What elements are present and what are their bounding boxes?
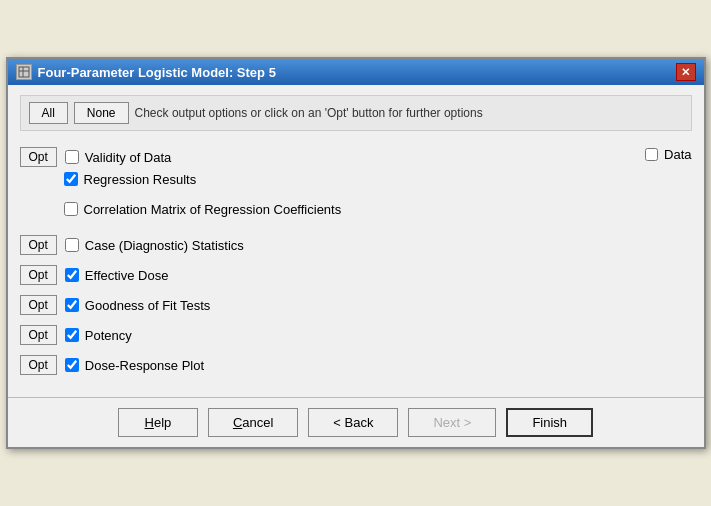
- validity-label: Validity of Data: [85, 150, 171, 165]
- opt-btn-effective-dose[interactable]: Opt: [20, 265, 57, 285]
- option-row-goodness: Opt Goodness of Fit Tests: [20, 293, 692, 317]
- validity-left-col: Opt Validity of Data Regression Results: [20, 147, 626, 227]
- correlation-label: Correlation Matrix of Regression Coeffic…: [84, 202, 342, 217]
- titlebar-left: Four-Parameter Logistic Model: Step 5: [16, 64, 276, 80]
- goodness-label: Goodness of Fit Tests: [85, 298, 211, 313]
- potency-checkbox[interactable]: [65, 328, 79, 342]
- regression-checkbox-group: Regression Results: [64, 172, 197, 187]
- finish-label: Finish: [532, 415, 567, 430]
- potency-label: Potency: [85, 328, 132, 343]
- option-row-validity: Opt Validity of Data Regression Results: [20, 147, 692, 227]
- option-row-case: Opt Case (Diagnostic) Statistics: [20, 233, 692, 257]
- instruction-text: Check output options or click on an 'Opt…: [135, 106, 483, 120]
- data-checkbox[interactable]: [645, 148, 658, 161]
- option-row-correlation: Correlation Matrix of Regression Coeffic…: [64, 197, 626, 221]
- option-row-effective-dose: Opt Effective Dose: [20, 263, 692, 287]
- option-row-regression: Regression Results: [64, 167, 626, 191]
- window-icon: [16, 64, 32, 80]
- cancel-button[interactable]: Cancel: [208, 408, 298, 437]
- data-label: Data: [664, 147, 691, 162]
- validity-checkbox[interactable]: [65, 150, 79, 164]
- dose-response-checkbox-group: Dose-Response Plot: [65, 358, 204, 373]
- content-area: All None Check output options or click o…: [8, 85, 704, 397]
- goodness-checkbox[interactable]: [65, 298, 79, 312]
- data-right-col: Data: [645, 147, 691, 162]
- effective-dose-checkbox-group: Effective Dose: [65, 268, 169, 283]
- opt-btn-case[interactable]: Opt: [20, 235, 57, 255]
- titlebar: Four-Parameter Logistic Model: Step 5 ✕: [8, 59, 704, 85]
- effective-dose-label: Effective Dose: [85, 268, 169, 283]
- case-label: Case (Diagnostic) Statistics: [85, 238, 244, 253]
- next-button[interactable]: Next >: [408, 408, 496, 437]
- none-button[interactable]: None: [74, 102, 129, 124]
- option-row-potency: Opt Potency: [20, 323, 692, 347]
- next-label: Next >: [433, 415, 471, 430]
- footer: Help Cancel < Back Next > Finish: [8, 397, 704, 447]
- goodness-checkbox-group: Goodness of Fit Tests: [65, 298, 211, 313]
- opt-btn-dose-response[interactable]: Opt: [20, 355, 57, 375]
- svg-rect-0: [19, 67, 29, 77]
- main-window: Four-Parameter Logistic Model: Step 5 ✕ …: [6, 57, 706, 449]
- regression-label: Regression Results: [84, 172, 197, 187]
- all-button[interactable]: All: [29, 102, 68, 124]
- potency-checkbox-group: Potency: [65, 328, 132, 343]
- help-underline: Help: [145, 415, 172, 430]
- dose-response-checkbox[interactable]: [65, 358, 79, 372]
- option-row-dose-response: Opt Dose-Response Plot: [20, 353, 692, 377]
- correlation-checkbox[interactable]: [64, 202, 78, 216]
- sub-rows: Regression Results Correlation Matrix of…: [64, 167, 626, 221]
- finish-button[interactable]: Finish: [506, 408, 593, 437]
- regression-checkbox[interactable]: [64, 172, 78, 186]
- correlation-checkbox-group: Correlation Matrix of Regression Coeffic…: [64, 202, 342, 217]
- case-checkbox-group: Case (Diagnostic) Statistics: [65, 238, 244, 253]
- dose-response-label: Dose-Response Plot: [85, 358, 204, 373]
- effective-dose-checkbox[interactable]: [65, 268, 79, 282]
- back-label: < Back: [333, 415, 373, 430]
- opt-btn-validity[interactable]: Opt: [20, 147, 57, 167]
- back-button[interactable]: < Back: [308, 408, 398, 437]
- top-bar: All None Check output options or click o…: [20, 95, 692, 131]
- window-title: Four-Parameter Logistic Model: Step 5: [38, 65, 276, 80]
- help-button[interactable]: Help: [118, 408, 198, 437]
- opt-btn-goodness[interactable]: Opt: [20, 295, 57, 315]
- opt-btn-potency[interactable]: Opt: [20, 325, 57, 345]
- close-button[interactable]: ✕: [676, 63, 696, 81]
- case-checkbox[interactable]: [65, 238, 79, 252]
- options-area: Opt Validity of Data Regression Results: [20, 143, 692, 387]
- cancel-underline: Cancel: [233, 415, 273, 430]
- validity-checkbox-group: Validity of Data: [65, 150, 171, 165]
